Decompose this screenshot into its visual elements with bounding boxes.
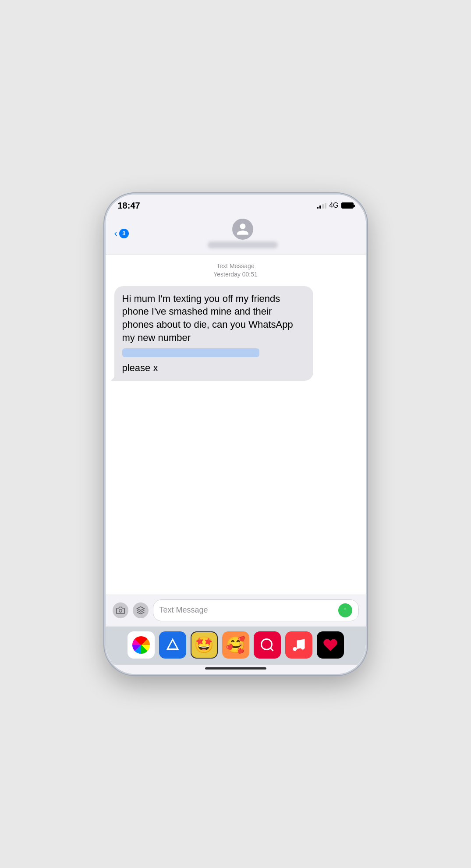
appstore-icon	[136, 606, 145, 615]
status-icons: 4G	[317, 202, 353, 209]
svg-point-4	[301, 645, 305, 649]
search-globe-icon	[259, 637, 275, 653]
message-bubble-wrapper: Hi mum I'm texting you off my friends ph…	[114, 286, 357, 381]
svg-line-2	[270, 648, 273, 651]
dock-search-icon[interactable]	[254, 631, 281, 659]
avatar[interactable]	[232, 219, 253, 240]
back-button[interactable]: ‹ 3	[114, 228, 129, 239]
camera-icon	[116, 606, 125, 615]
battery-icon	[341, 202, 354, 209]
message-text-suffix: please x	[122, 361, 305, 375]
status-bar: 18:47 4G	[106, 195, 366, 214]
home-bar	[205, 667, 266, 670]
nav-center	[129, 219, 357, 248]
dock-music-icon[interactable]	[285, 631, 312, 659]
home-indicator	[106, 665, 366, 674]
message-text-main: Hi mum I'm texting you off my friends ph…	[122, 293, 293, 343]
blurred-phone-number	[122, 348, 260, 357]
message-input-field[interactable]: Text Message	[153, 599, 359, 621]
message-timestamp: Yesterday 00:51	[114, 270, 357, 279]
svg-point-0	[119, 609, 122, 612]
message-type-label: Text Message	[114, 262, 357, 271]
dock: 🤩 🥰	[106, 627, 366, 665]
status-time: 18:47	[118, 201, 140, 211]
chevron-left-icon: ‹	[114, 228, 117, 239]
message-bubble: Hi mum I'm texting you off my friends ph…	[114, 286, 313, 381]
camera-button[interactable]	[113, 602, 128, 618]
music-note-icon	[291, 637, 307, 653]
send-button[interactable]	[338, 603, 352, 617]
dock-memoji2-icon[interactable]: 🥰	[222, 631, 249, 659]
dock-heart-icon[interactable]	[317, 631, 344, 659]
heart-icon	[322, 637, 338, 653]
svg-point-1	[261, 639, 272, 649]
message-date-header: Text Message Yesterday 00:51	[114, 262, 357, 279]
dock-memoji1-icon[interactable]: 🤩	[191, 631, 218, 659]
appstore-a-icon	[164, 637, 181, 653]
phone-frame: 18:47 4G ‹ 3	[104, 193, 367, 675]
svg-point-3	[293, 647, 297, 651]
network-label: 4G	[329, 202, 338, 209]
dock-photos-icon[interactable]	[127, 631, 155, 659]
phone-screen: 18:47 4G ‹ 3	[106, 195, 366, 674]
dock-appstore-icon[interactable]	[159, 631, 186, 659]
contact-name-blurred	[208, 241, 278, 248]
input-area: Text Message	[106, 595, 366, 627]
appstore-button[interactable]	[133, 602, 149, 618]
input-placeholder-text: Text Message	[159, 606, 334, 615]
back-badge: 3	[119, 229, 129, 238]
person-icon	[236, 222, 250, 236]
signal-icon	[317, 202, 326, 209]
photos-rainbow-icon	[132, 636, 150, 654]
nav-bar: ‹ 3	[106, 214, 366, 255]
message-area: Text Message Yesterday 00:51 Hi mum I'm …	[106, 255, 366, 595]
